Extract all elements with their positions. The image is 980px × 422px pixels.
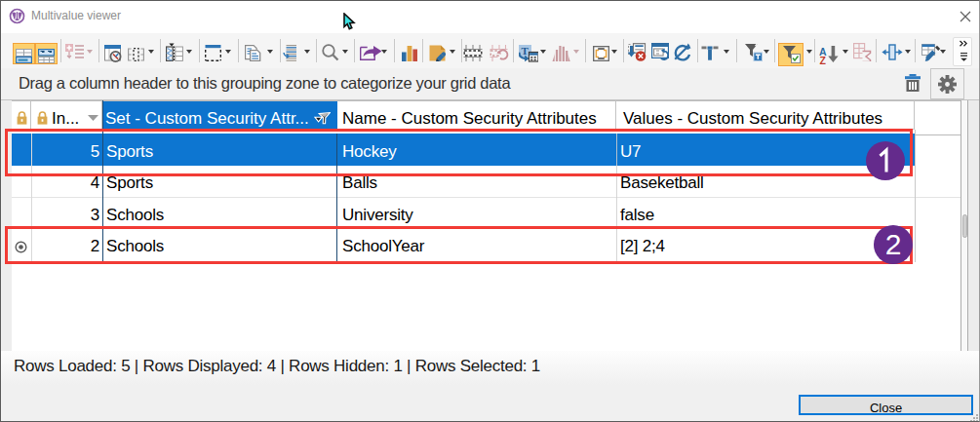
svg-text:T: T	[522, 45, 529, 57]
svg-text:Z: Z	[820, 55, 827, 65]
